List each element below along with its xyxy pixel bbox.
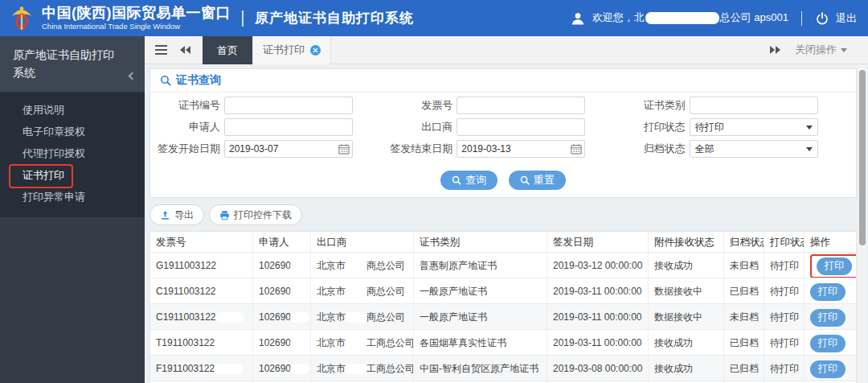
close-tab-icon[interactable] <box>310 45 321 56</box>
redaction <box>291 313 309 322</box>
scroll-tabs-right-icon[interactable] <box>769 45 782 55</box>
redaction <box>216 262 244 270</box>
col-issue-date: 签发日期 <box>547 232 649 252</box>
chevron-down-icon <box>806 147 813 151</box>
col-print-status: 打印状态 <box>764 232 805 252</box>
calendar-icon[interactable] <box>338 143 350 154</box>
invoice-no-input[interactable] <box>457 97 585 114</box>
panel-title: 证书查询 <box>176 73 221 88</box>
table-row: C1911003122 102690 北京市商总公司 一般原产地证书 2019-… <box>150 278 856 304</box>
welcome-prefix: 欢迎您，北 <box>592 11 645 23</box>
search-icon <box>160 75 171 86</box>
issue-end-input[interactable] <box>457 140 585 158</box>
scroll-tabs-left-icon[interactable] <box>179 45 192 55</box>
sidebar-item-agent-print-auth[interactable]: 代理打印授权 <box>0 142 145 164</box>
sidebar-menu: 使用说明 电子印章授权 代理打印授权 证书打印 打印异常申请 <box>0 93 145 217</box>
print-status-select[interactable]: 待打印 <box>690 118 818 136</box>
sidebar-item-cert-print[interactable]: 证书打印 <box>0 164 145 186</box>
calendar-icon[interactable] <box>571 143 582 154</box>
exporter-input[interactable] <box>457 118 585 136</box>
user-icon <box>570 10 586 27</box>
vertical-scrollbar[interactable] <box>858 65 866 383</box>
welcome-suffix: 总公司 aps001 <box>720 11 788 23</box>
col-exporter: 出口商 <box>311 232 414 252</box>
invoice-no-label: 发票号 <box>384 98 457 113</box>
redaction <box>346 339 366 348</box>
redaction <box>215 364 242 373</box>
redaction <box>346 364 366 373</box>
search-form: 证书编号 发票号 证书类别 申请人 <box>150 93 856 165</box>
close-operations-menu[interactable]: 关闭操作 <box>795 43 847 57</box>
exporter-label: 出口商 <box>384 120 457 134</box>
logo-title: 中国(陕西)国际贸易单一窗口 <box>42 6 231 21</box>
app-window: 中国(陕西)国际贸易单一窗口 China International Trade… <box>0 0 868 383</box>
applicant-label: 申请人 <box>152 120 224 134</box>
archive-status-label: 归档状态 <box>617 142 690 156</box>
col-attach-status: 附件接收状态 <box>649 232 724 252</box>
scrollbar-thumb[interactable] <box>859 70 866 245</box>
issue-end-label: 签发结束日期 <box>384 142 457 156</box>
redaction <box>215 339 242 348</box>
query-button[interactable]: 查询 <box>440 171 497 190</box>
menu-toggle-icon[interactable] <box>155 43 167 57</box>
welcome-text: 欢迎您，北总公司 aps001 <box>592 10 788 25</box>
printer-icon <box>219 210 230 220</box>
header-divider <box>242 10 244 27</box>
cert-type-input[interactable] <box>690 97 818 114</box>
single-window-logo-icon <box>8 5 35 32</box>
main-area: 首页 证书打印 关闭操作 <box>145 36 868 383</box>
applicant-input[interactable] <box>224 118 353 136</box>
col-applicant: 申请人 <box>253 232 311 252</box>
col-cert-type: 证书类别 <box>414 232 547 252</box>
search-panel: 证书查询 证书编号 发票号 证书类别 <box>149 68 857 198</box>
sidebar-item-eseal-auth[interactable]: 电子印章授权 <box>0 121 145 142</box>
print-button[interactable]: 打印 <box>810 283 845 301</box>
sidebar-item-usage[interactable]: 使用说明 <box>0 99 145 121</box>
sidebar: 原产地证书自助打印系统 使用说明 电子印章授权 代理打印授权 证书打印 打印异常… <box>0 36 145 383</box>
cert-no-label: 证书编号 <box>152 98 224 113</box>
reset-button[interactable]: 重置 <box>509 171 566 190</box>
print-status-label: 打印状态 <box>617 120 690 134</box>
redaction <box>216 287 244 296</box>
archive-status-select[interactable]: 全部 <box>690 140 818 158</box>
search-icon <box>520 175 530 185</box>
redaction <box>645 12 719 24</box>
redaction <box>346 262 366 270</box>
print-button[interactable]: 打印 <box>817 257 852 275</box>
tab-home[interactable]: 首页 <box>203 36 252 64</box>
print-control-download-button[interactable]: 打印控件下载 <box>209 204 302 225</box>
table-row: C1911003122 102690 北京市商总公司 一般原产地证书 2019-… <box>150 304 856 330</box>
chevron-down-icon <box>806 126 813 130</box>
top-header: 中国(陕西)国际贸易单一窗口 China International Trade… <box>0 0 868 36</box>
print-button[interactable]: 打印 <box>810 360 845 378</box>
collapse-icon[interactable] <box>129 72 137 80</box>
print-button[interactable]: 打印 <box>810 309 845 327</box>
table-row: F1911003122 102690 北京市工商总公司 中国-智利自贸区原产地证… <box>150 356 856 381</box>
chevron-down-icon <box>841 48 847 52</box>
annotation-highlight: 打印 <box>810 254 856 278</box>
cert-no-input[interactable] <box>224 97 353 114</box>
table-row: G1911003122 102690 北京市商总公司 普惠制原产地证书 2019… <box>150 253 856 278</box>
redaction <box>346 313 366 322</box>
power-icon[interactable] <box>815 11 829 26</box>
print-button[interactable]: 打印 <box>810 335 845 352</box>
col-archive-status: 归档状态 <box>724 232 764 252</box>
redaction <box>216 313 244 322</box>
tab-bar: 首页 证书打印 关闭操作 <box>145 36 868 64</box>
system-title: 原产地证书自助打印系统 <box>255 9 414 27</box>
tab-cert-print[interactable]: 证书打印 <box>252 36 331 64</box>
logout-button[interactable]: 退出 <box>836 11 857 26</box>
sidebar-title[interactable]: 原产地证书自助打印系统 <box>0 36 145 93</box>
issue-start-input[interactable] <box>224 140 353 158</box>
redaction <box>291 339 309 348</box>
search-icon <box>452 175 461 185</box>
content-area: 证书查询 证书编号 发票号 证书类别 <box>145 64 868 383</box>
col-action: 操作 <box>805 232 856 252</box>
logo-subtitle: China International Trade Single Window <box>42 23 231 31</box>
issue-start-label: 签发开始日期 <box>152 142 224 156</box>
results-table: 发票号 申请人 出口商 证书类别 签发日期 附件接收状态 归档状态 打印状态 操… <box>149 231 857 383</box>
sidebar-item-print-exception[interactable]: 打印异常申请 <box>0 186 145 208</box>
redaction <box>291 287 309 296</box>
redaction <box>346 287 366 296</box>
export-button[interactable]: 导出 <box>149 204 204 225</box>
